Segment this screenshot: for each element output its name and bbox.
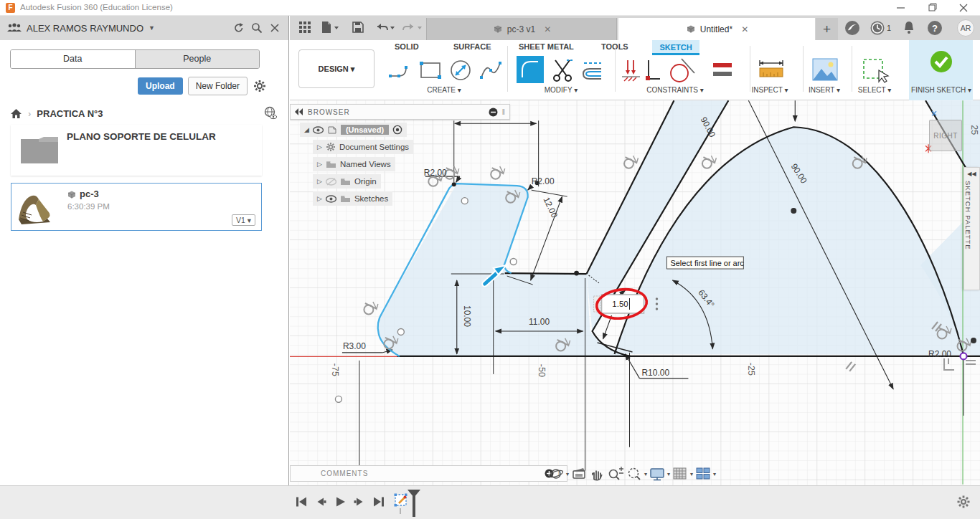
orbit-icon[interactable] [548, 466, 564, 482]
select-tool-icon[interactable] [862, 57, 890, 85]
browser-node-document-settings[interactable]: ▷ Document Settings [313, 140, 413, 154]
fix-constraint-icon[interactable] [643, 57, 663, 83]
group-label-constraints[interactable]: CONSTRAINTS ▾ [646, 86, 703, 94]
orbit-caret-icon[interactable]: ▾ [566, 471, 569, 477]
expand-icon[interactable]: ◢ [304, 126, 309, 133]
help-icon[interactable]: ? [927, 20, 943, 36]
browser-node-sketches[interactable]: ▷ Sketches [313, 191, 392, 206]
zoom-window-caret-icon[interactable]: ▾ [644, 471, 647, 477]
file-menu-icon[interactable] [320, 21, 340, 34]
line-tool-icon[interactable] [387, 57, 413, 83]
panel-settings-gear-icon[interactable] [253, 79, 267, 93]
pan-hand-icon[interactable] [589, 466, 605, 482]
measure-tool-icon[interactable] [757, 57, 786, 83]
new-folder-button[interactable]: New Folder [188, 77, 248, 95]
restore-button[interactable] [920, 0, 942, 16]
play-icon[interactable] [334, 495, 347, 508]
close-panel-icon[interactable] [268, 22, 281, 34]
home-icon[interactable] [10, 108, 22, 119]
visibility-eye-icon[interactable] [326, 195, 336, 203]
step-back-icon[interactable] [314, 495, 327, 508]
job-status-clock-icon[interactable]: 1 [870, 20, 894, 36]
look-at-icon[interactable] [571, 466, 587, 482]
user-avatar[interactable]: AR [957, 19, 974, 37]
display-settings-icon[interactable] [649, 466, 665, 482]
offset-tool-icon[interactable] [580, 57, 606, 83]
sketch-palette-collapsed[interactable]: ◀◀ SKETCH PALETTE [963, 167, 980, 290]
step-forward-icon[interactable] [353, 495, 366, 508]
group-label-inspect[interactable]: INSPECT ▾ [752, 86, 788, 94]
dim-r2-origin[interactable]: R2.00 [928, 349, 951, 359]
viewcube[interactable]: RIGHT [929, 120, 962, 151]
go-to-start-icon[interactable] [295, 495, 308, 508]
activate-radio-icon[interactable] [392, 125, 402, 135]
collapse-browser-icon[interactable] [295, 108, 303, 115]
ribbon-tab-solid[interactable]: SOLID [395, 42, 419, 51]
breadcrumb-project[interactable]: PRACTICA N°3 [37, 108, 103, 119]
spline-tool-icon[interactable] [478, 57, 504, 83]
timeline-settings-gear-icon[interactable] [956, 495, 971, 509]
fillet-tool-icon[interactable] [517, 56, 544, 83]
ribbon-tab-sheet-metal[interactable]: SHEET METAL [519, 42, 574, 51]
upload-button[interactable]: Upload [138, 77, 183, 95]
viewports-icon[interactable] [695, 466, 711, 482]
save-icon[interactable] [352, 21, 364, 34]
extensions-icon[interactable] [844, 20, 860, 36]
version-badge[interactable]: V1 ▾ [232, 214, 255, 226]
tangent-constraint-icon[interactable] [667, 57, 696, 85]
timeline-sketch-feature[interactable] [393, 490, 422, 518]
dim-r2-mid[interactable]: R2.00 [532, 176, 555, 186]
globe-visibility-icon[interactable] [263, 106, 278, 120]
group-label-select[interactable]: SELECT ▾ [858, 86, 892, 94]
notifications-bell-icon[interactable] [901, 20, 917, 36]
visibility-off-eye-icon[interactable] [326, 178, 336, 186]
new-document-tab-button[interactable]: + [816, 18, 838, 40]
dim-r3[interactable]: R3.00 [343, 341, 366, 351]
input-options-menu-icon[interactable] [656, 297, 658, 310]
comments-bar[interactable]: COMMENTS ‖ [290, 465, 567, 482]
trim-scissors-icon[interactable] [550, 57, 575, 83]
display-caret-icon[interactable]: ▾ [667, 471, 670, 477]
expand-icon[interactable]: ▷ [317, 195, 322, 202]
go-to-end-icon[interactable] [372, 495, 385, 508]
app-launcher-grid-icon[interactable] [298, 21, 311, 34]
zoom-window-icon[interactable] [626, 466, 642, 482]
close-tab-icon[interactable]: ✕ [741, 24, 748, 34]
tab-people[interactable]: People [136, 50, 260, 68]
close-window-button[interactable] [953, 0, 974, 16]
minimize-button[interactable] [890, 0, 911, 16]
redo-icon[interactable] [402, 21, 423, 34]
undo-icon[interactable] [374, 21, 396, 34]
root-document-name[interactable]: (Unsaved) [341, 125, 389, 135]
workspace-selector[interactable]: DESIGN ▾ [298, 49, 374, 88]
current-team-name[interactable]: ALEX RAMOS RAYMUNDO [27, 23, 143, 34]
expand-icon[interactable]: ▷ [317, 161, 322, 168]
drag-handle-icon[interactable]: ‖ [502, 108, 505, 116]
team-chevron-down-icon[interactable]: ▼ [149, 24, 155, 32]
remove-icon[interactable] [489, 108, 498, 117]
search-icon[interactable] [250, 22, 263, 34]
sketch-canvas[interactable]: 10.00 R2.00 R2.00 12.00 90.00 90.00 10.0… [290, 100, 980, 485]
dim-r10[interactable]: R10.00 [641, 368, 669, 378]
insert-image-icon[interactable] [811, 57, 839, 82]
expand-icon[interactable]: ▷ [317, 178, 322, 185]
browser-node-root[interactable]: ◢ (Unsaved) [300, 123, 407, 137]
design-item-card[interactable]: pc-3 6:30:39 PM V1 ▾ [11, 183, 262, 231]
ribbon-tab-sketch[interactable]: SKETCH [652, 40, 699, 55]
equal-constraint-icon[interactable] [710, 57, 735, 83]
viewports-caret-icon[interactable]: ▾ [713, 471, 716, 477]
browser-header[interactable]: BROWSER ‖ [290, 104, 510, 120]
circle-tool-icon[interactable] [448, 57, 473, 83]
tab-data[interactable]: Data [11, 50, 136, 68]
document-tab-untitled[interactable]: Untitled* ✕ [618, 18, 815, 40]
group-label-create[interactable]: CREATE ▾ [427, 86, 461, 94]
refresh-icon[interactable] [232, 22, 245, 34]
vertical-constraint-icon[interactable] [621, 57, 642, 83]
dim-width-11[interactable]: 11.00 [529, 317, 550, 327]
browser-node-origin[interactable]: ▷ Origin [313, 174, 381, 189]
group-label-modify[interactable]: MODIFY ▾ [545, 86, 578, 94]
document-tab-pc3[interactable]: pc-3 v1 ✕ [426, 18, 617, 40]
visibility-eye-icon[interactable] [313, 126, 324, 134]
close-tab-icon[interactable]: ✕ [544, 24, 551, 34]
grid-caret-icon[interactable]: ▾ [690, 471, 693, 477]
